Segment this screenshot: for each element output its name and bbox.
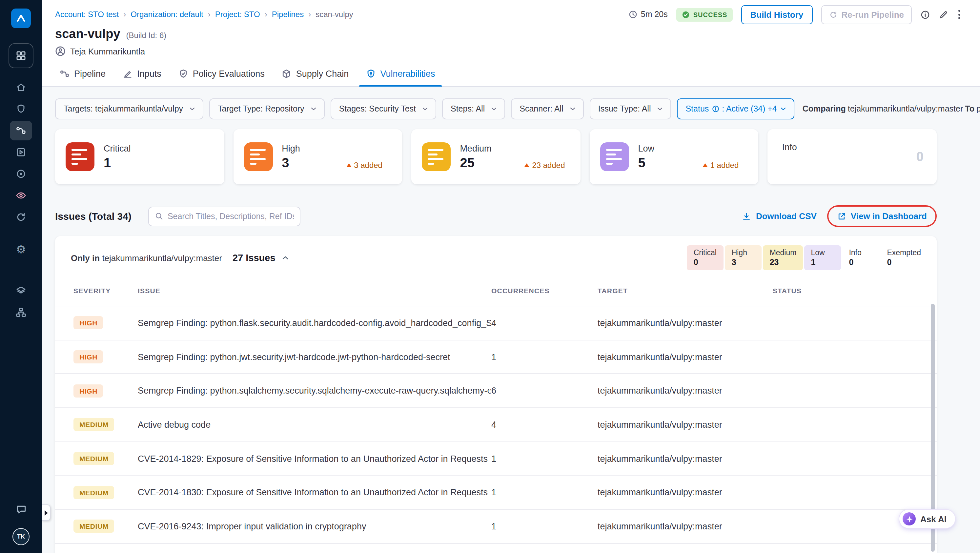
filter-dropdown[interactable]: Target Type: Repository xyxy=(209,99,325,119)
issue-target: tejakummarikuntla/vulpy:master xyxy=(598,521,773,531)
filter-dropdown[interactable]: Targets: tejakummarikuntla/vulpy xyxy=(55,99,204,119)
collapse-icon[interactable] xyxy=(280,252,291,264)
issue-row[interactable]: MEDIUM CVE-2014-1830: Exposure of Sensit… xyxy=(55,475,937,509)
issue-occurrences: 6 xyxy=(491,386,598,396)
home-icon[interactable] xyxy=(10,78,32,97)
severity-card[interactable]: Critical 1 xyxy=(55,129,224,184)
organizations-icon[interactable] xyxy=(10,302,32,322)
breadcrumb-link[interactable]: Account: STO test xyxy=(55,10,119,19)
tab-policy-evaluations[interactable]: Policy Evaluations xyxy=(170,62,273,86)
clock-icon xyxy=(628,10,638,19)
severity-card-count: 25 xyxy=(460,155,524,170)
issue-occurrences: 1 xyxy=(491,488,598,497)
severity-badge: MEDIUM xyxy=(73,520,115,533)
info-icon[interactable] xyxy=(920,10,930,19)
deployments-icon[interactable] xyxy=(10,164,32,184)
tab-vulnerabilities[interactable]: Vulnerabilities xyxy=(357,62,444,86)
severity-card-icon xyxy=(65,142,94,171)
severity-badge: HIGH xyxy=(73,316,103,330)
issue-row[interactable]: HIGH Semgrep Finding: python.flask.secur… xyxy=(55,306,937,340)
ask-ai-button[interactable]: Ask AI xyxy=(899,510,955,528)
severity-card-icon xyxy=(600,142,629,171)
severity-card[interactable]: Info 0 xyxy=(768,129,937,184)
group-label: Only in tejakummarikuntla/vulpy:master xyxy=(71,253,222,263)
cube-icon xyxy=(282,69,291,79)
vulnerabilities-content: Targets: tejakummarikuntla/vulpy Target … xyxy=(42,87,980,553)
severity-card[interactable]: High 3 3 added xyxy=(233,129,402,184)
security-scans-icon[interactable] xyxy=(10,99,32,119)
templates-icon[interactable] xyxy=(10,281,32,300)
filter-dropdown[interactable]: Issue Type: All xyxy=(590,99,671,119)
download-csv-button[interactable]: Download CSV xyxy=(742,211,817,221)
pipelines-icon[interactable] xyxy=(10,121,32,140)
severity-card-label: High xyxy=(282,143,382,153)
severity-card-icon xyxy=(422,142,451,171)
issue-row[interactable]: HIGH Semgrep Finding: python.jwt.securit… xyxy=(55,340,937,373)
issue-row[interactable]: MEDIUM CVE-2016-9243: Improper input val… xyxy=(55,509,937,543)
panel-expander[interactable] xyxy=(42,504,51,521)
issue-occurrences: 4 xyxy=(491,420,598,430)
table-header-row: SEVERITYISSUEOCCURRENCESTARGETSTATUS xyxy=(55,275,937,306)
sync-icon[interactable] xyxy=(10,207,32,227)
breadcrumb-link[interactable]: Pipelines xyxy=(272,10,304,19)
severity-badge: MEDIUM xyxy=(73,452,115,465)
author-name: Teja Kummarikuntla xyxy=(70,46,145,56)
build-history-button[interactable]: Build History xyxy=(741,5,812,24)
tab-supply-chain[interactable]: Supply Chain xyxy=(273,62,358,86)
column-header: OCCURRENCES xyxy=(491,287,598,294)
severity-badge: MEDIUM xyxy=(73,486,115,499)
more-options-icon[interactable] xyxy=(957,8,962,20)
severity-badge: MEDIUM xyxy=(73,418,115,431)
chevron-down-icon xyxy=(421,105,429,113)
download-icon xyxy=(742,211,751,221)
breadcrumb-link[interactable]: Organization: default xyxy=(130,10,204,19)
red-annotation-circle: View in Dashboard xyxy=(827,205,937,227)
chat-icon[interactable] xyxy=(16,504,27,518)
tab-pipeline[interactable]: Pipeline xyxy=(51,62,114,86)
severity-card[interactable]: Medium 25 23 added xyxy=(411,129,580,184)
chevron-down-icon xyxy=(490,105,498,113)
edit-icon[interactable] xyxy=(939,10,948,19)
issue-row[interactable]: MEDIUM Active debug code 4 tejakummariku… xyxy=(55,407,937,441)
severity-card-label: Info xyxy=(782,142,846,152)
issues-title: Issues (Total 34) xyxy=(55,211,132,222)
breadcrumb-link[interactable]: scan-vulpy xyxy=(315,10,353,19)
tab-inputs[interactable]: Inputs xyxy=(114,62,170,86)
build-id: (Build Id: 6) xyxy=(126,31,167,40)
group-issue-count: 27 Issues xyxy=(232,253,275,263)
severity-card-count: 5 xyxy=(638,155,703,170)
info-icon xyxy=(711,105,719,113)
search-input[interactable] xyxy=(168,211,294,221)
filter-dropdown[interactable]: Steps: All xyxy=(442,99,505,119)
refresh-icon xyxy=(829,10,837,19)
breadcrumb-link[interactable]: Project: STO xyxy=(215,10,260,19)
status-filter-dropdown[interactable]: Status : Active (34) +4 xyxy=(677,99,794,119)
issue-title: Active debug code xyxy=(138,420,491,430)
breadcrumb: Account: STO test Organization: default … xyxy=(55,10,353,19)
severity-summary-chip: Medium 23 xyxy=(763,245,803,270)
duration: 5m 20s xyxy=(628,10,668,19)
builds-icon[interactable] xyxy=(10,142,32,162)
chevron-down-icon xyxy=(780,105,788,113)
status-badge: SUCCESS xyxy=(676,8,733,21)
issue-target: tejakummarikuntla/vulpy:master xyxy=(598,352,773,362)
column-header: TARGET xyxy=(598,287,773,294)
issue-row[interactable]: MEDIUM xyxy=(55,543,937,553)
severity-card-label: Critical xyxy=(103,143,168,153)
user-avatar[interactable]: TK xyxy=(13,528,30,545)
settings-gear-icon[interactable]: ⚙ xyxy=(10,240,32,259)
issue-row[interactable]: HIGH Semgrep Finding: python.sqlalchemy.… xyxy=(55,373,937,407)
column-header: SEVERITY xyxy=(73,287,138,294)
module-selector-icon[interactable] xyxy=(8,43,33,68)
issue-title: Semgrep Finding: python.jwt.security.jwt… xyxy=(138,352,491,362)
severity-card[interactable]: Low 5 1 added xyxy=(590,129,759,184)
severity-summary-chip: Info 0 xyxy=(842,245,879,270)
filter-dropdown[interactable]: Stages: Security Test xyxy=(331,99,436,119)
severity-badge: HIGH xyxy=(73,350,103,364)
harness-logo[interactable] xyxy=(11,8,31,28)
issue-row[interactable]: MEDIUM CVE-2014-1829: Exposure of Sensit… xyxy=(55,442,937,475)
filter-dropdown[interactable]: Scanner: All xyxy=(511,99,584,119)
security-tests-icon[interactable] xyxy=(10,186,32,205)
rerun-pipeline-button[interactable]: Re-run Pipeline xyxy=(821,5,912,24)
view-in-dashboard-button[interactable]: View in Dashboard xyxy=(837,211,927,221)
